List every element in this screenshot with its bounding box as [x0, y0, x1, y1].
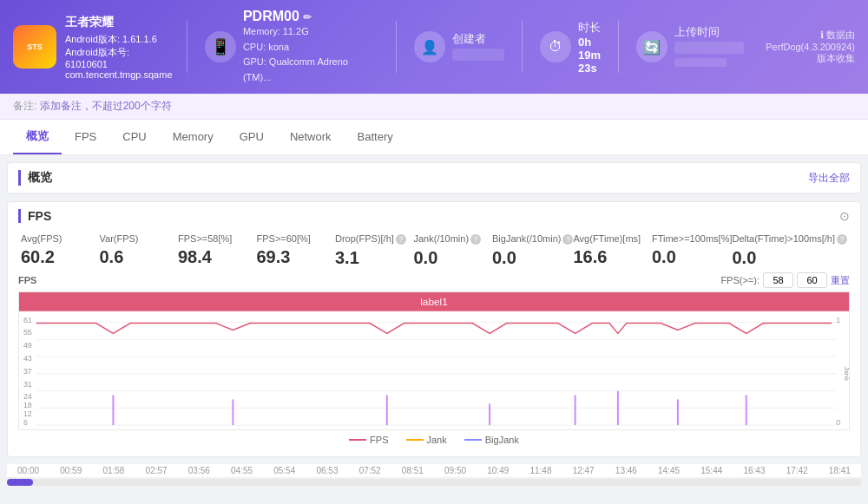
fps-stats-row: Avg(FPS) 60.2 Var(FPS) 0.6 FPS>=58[%] 98…: [8, 226, 860, 272]
stat-fps60: FPS>=60[%] 69.3: [257, 233, 336, 268]
tab-overview[interactable]: 概览: [13, 120, 62, 154]
svg-text:61: 61: [23, 316, 32, 324]
delta-ftime-info-icon[interactable]: ?: [837, 234, 847, 245]
overview-title: 概览: [18, 170, 52, 186]
stat-delta-ftime: Delta(FTime)>100ms[/h]? 0.0: [733, 233, 848, 268]
chart-scrollbar[interactable]: [7, 479, 861, 486]
reset-button[interactable]: 重置: [831, 274, 850, 287]
stat-drop-fps-value: 3.1: [335, 248, 414, 268]
time-16: 15:44: [700, 466, 722, 475]
legend-bigjank-label: BigJank: [485, 435, 519, 445]
stat-delta-ftime-label: Delta(FTime)>100ms[/h]?: [733, 233, 848, 245]
time-2: 01:58: [102, 466, 124, 475]
stat-drop-fps-label: Drop(FPS)[/h]?: [335, 233, 414, 245]
stat-bigjank-value: 0.0: [492, 248, 573, 268]
stat-fps58-label: FPS>=58[%]: [178, 233, 257, 244]
header: STS 王者荣耀 Android版本: 1.61.1.6 Android版本号:…: [0, 0, 868, 94]
stat-avg-ftime: Avg(FTime)[ms] 16.6: [573, 233, 652, 268]
bigjank-info-icon[interactable]: ?: [562, 234, 573, 245]
app-name: 王者荣耀: [65, 15, 173, 30]
time-13: 12:47: [573, 466, 595, 475]
fps-section: FPS ⊙ Avg(FPS) 60.2 Var(FPS) 0.6 FPS>=58…: [7, 201, 861, 457]
divider-4: [618, 21, 619, 73]
stat-bigjank-label: BigJank(/10min)?: [492, 233, 573, 245]
data-source-icon: ℹ: [820, 29, 826, 40]
svg-text:37: 37: [23, 367, 32, 376]
time-8: 07:52: [359, 466, 381, 475]
divider-3: [522, 21, 523, 73]
stat-var-fps-label: Var(FPS): [100, 233, 179, 244]
legend-fps-label: FPS: [370, 435, 388, 445]
time-9: 08:51: [402, 466, 424, 475]
duration-info: 时长 0h 19m 23s: [578, 20, 601, 75]
tab-fps[interactable]: FPS: [62, 121, 109, 154]
stat-bigjank: BigJank(/10min)? 0.0: [492, 233, 573, 268]
jank-info-icon[interactable]: ?: [470, 234, 481, 245]
device-specs: Memory: 11.2G CPU: kona GPU: Qualcomm Ad…: [243, 24, 378, 85]
legend-jank-dot: [406, 439, 424, 441]
time-11: 10:49: [487, 466, 509, 475]
duration-stat: ⏱ 时长 0h 19m 23s: [540, 20, 601, 75]
chart-fps-label: FPS: [18, 275, 36, 285]
tab-memory[interactable]: Memory: [160, 121, 227, 154]
svg-text:55: 55: [23, 329, 32, 337]
fps-chart-container: FPS FPS(>=): 重置 label1 61 55 49 43 37 31…: [8, 272, 860, 456]
stat-var-fps: Var(FPS) 0.6: [100, 233, 179, 268]
legend-fps-dot: [349, 439, 366, 441]
time-19: 18:41: [829, 466, 851, 475]
stat-avg-fps: Avg(FPS) 60.2: [21, 233, 100, 268]
fps-collapse-button[interactable]: ⊙: [839, 209, 850, 223]
device-details: PDRM00 ✏ Memory: 11.2G CPU: kona GPU: Qu…: [243, 9, 378, 85]
device-section: 📱 PDRM00 ✏ Memory: 11.2G CPU: kona GPU: …: [205, 9, 378, 85]
svg-text:43: 43: [23, 354, 32, 363]
creator-label: 创建者: [452, 31, 504, 47]
fps-threshold-input-1[interactable]: [763, 272, 793, 288]
creator-value: [452, 49, 504, 61]
edit-icon[interactable]: ✏: [303, 11, 312, 23]
time-5: 04:55: [231, 466, 253, 475]
chart-legend: FPS Jank BigJank: [18, 430, 850, 449]
legend-bigjank-dot: [464, 439, 482, 441]
app-version: Android版本: 1.61.1.6: [65, 33, 173, 46]
fps-threshold-controls: FPS(>=): 重置: [720, 272, 850, 288]
stat-ftime100-value: 0.0: [652, 247, 733, 267]
legend-jank-label: Jank: [427, 435, 447, 445]
svg-text:24: 24: [23, 393, 32, 402]
upload-label: 上传时间: [674, 24, 744, 40]
notes-input[interactable]: 添加备注，不超过200个字符: [40, 100, 172, 112]
device-gpu: GPU: Qualcomm Adreno (TM)...: [243, 55, 378, 85]
time-12: 11:48: [529, 466, 551, 475]
device-memory: Memory: 11.2G: [243, 24, 378, 40]
svg-text:1: 1: [836, 316, 840, 324]
svg-text:6: 6: [23, 418, 28, 427]
creator-info: 创建者: [452, 31, 504, 63]
data-source: ℹ 数据由PerfDog(4.3.200924)版本收集: [761, 29, 855, 65]
upload-stat: 🔄 上传时间: [636, 24, 744, 69]
svg-text:label1: label1: [420, 296, 448, 308]
overview-header: 概览 导出全部: [8, 163, 860, 193]
tab-cpu[interactable]: CPU: [109, 121, 159, 154]
stat-fps58-value: 98.4: [178, 247, 257, 267]
stat-avg-fps-value: 60.2: [21, 247, 100, 267]
stat-delta-ftime-value: 0.0: [733, 248, 848, 268]
fps-threshold-input-2[interactable]: [797, 272, 827, 288]
drop-fps-info-icon[interactable]: ?: [396, 234, 406, 245]
stat-fps60-value: 69.3: [257, 247, 336, 267]
tab-battery[interactable]: Battery: [345, 121, 406, 154]
time-18: 17:42: [786, 466, 808, 475]
tab-network[interactable]: Network: [277, 121, 345, 154]
app-details: 王者荣耀 Android版本: 1.61.1.6 Android版本号: 610…: [65, 15, 173, 80]
duration-label: 时长: [578, 20, 601, 36]
time-15: 14:45: [658, 466, 680, 475]
upload-info: 上传时间: [674, 24, 744, 69]
stat-avg-fps-label: Avg(FPS): [21, 233, 100, 244]
scrollbar-thumb[interactable]: [7, 479, 33, 486]
divider-2: [396, 21, 397, 73]
stat-jank-value: 0.0: [414, 248, 493, 268]
fps-threshold-label: FPS(>=):: [720, 275, 760, 285]
notes-bar: 备注: 添加备注，不超过200个字符: [0, 94, 868, 120]
device-cpu: CPU: kona: [243, 40, 378, 56]
legend-fps: FPS: [349, 435, 388, 445]
tab-gpu[interactable]: GPU: [227, 121, 277, 154]
export-button[interactable]: 导出全部: [808, 171, 850, 186]
